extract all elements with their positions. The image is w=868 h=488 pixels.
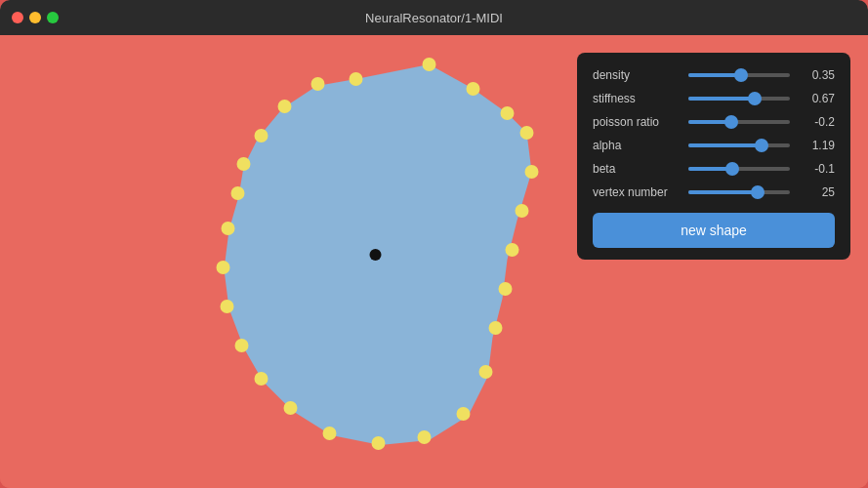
slider-density[interactable] — [688, 73, 790, 77]
maximize-button[interactable] — [47, 12, 59, 23]
param-row-beta: beta -0.1 — [593, 162, 835, 176]
slider-thumb-poisson_ratio[interactable] — [724, 115, 738, 129]
slider-fill-density — [688, 73, 741, 77]
vertex-dot[interactable] — [372, 436, 386, 450]
vertex-dot[interactable] — [231, 186, 245, 200]
content-area: density 0.35 stiffness 0.67 poisson rati… — [0, 35, 868, 488]
slider-poisson_ratio[interactable] — [688, 120, 790, 124]
param-value-stiffness: 0.67 — [798, 92, 835, 105]
param-label-density: density — [593, 68, 681, 82]
param-value-poisson_ratio: -0.2 — [798, 115, 835, 129]
param-row-stiffness: stiffness 0.67 — [593, 92, 835, 105]
slider-thumb-stiffness[interactable] — [748, 92, 762, 105]
param-label-poisson_ratio: poisson ratio — [593, 115, 681, 129]
param-row-poisson_ratio: poisson ratio -0.2 — [593, 115, 835, 129]
control-panel: density 0.35 stiffness 0.67 poisson rati… — [577, 53, 850, 260]
vertex-dot[interactable] — [423, 58, 436, 71]
param-label-vertex_number: vertex number — [593, 185, 681, 199]
slider-beta[interactable] — [688, 167, 790, 171]
vertex-dot[interactable] — [255, 372, 269, 386]
vertex-dot[interactable] — [520, 126, 534, 140]
vertex-dot[interactable] — [499, 282, 513, 296]
vertex-dot[interactable] — [255, 129, 269, 142]
vertex-dot[interactable] — [418, 430, 432, 444]
vertex-dot[interactable] — [221, 300, 234, 313]
slider-vertex_number[interactable] — [688, 190, 790, 194]
param-label-stiffness: stiffness — [593, 92, 681, 105]
vertex-dot[interactable] — [457, 407, 471, 421]
slider-thumb-alpha[interactable] — [755, 139, 768, 152]
vertex-dot[interactable] — [501, 106, 515, 120]
slider-thumb-beta[interactable] — [725, 162, 739, 176]
vertex-dot[interactable] — [467, 82, 480, 96]
slider-fill-stiffness — [688, 97, 755, 101]
vertex-dot[interactable] — [516, 204, 529, 218]
param-row-density: density 0.35 — [593, 68, 835, 82]
vertex-dot[interactable] — [284, 401, 298, 415]
slider-fill-alpha — [688, 143, 762, 147]
vertex-dot[interactable] — [506, 243, 519, 257]
traffic-lights — [12, 12, 59, 23]
window-title: NeuralResonator/1-MIDI — [365, 11, 503, 25]
app-window: NeuralResonator/1-MIDI — [0, 0, 868, 488]
minimize-button[interactable] — [29, 12, 41, 23]
vertex-dot[interactable] — [278, 100, 292, 113]
vertex-dot[interactable] — [235, 339, 249, 352]
slider-thumb-density[interactable] — [734, 68, 748, 82]
vertex-dot[interactable] — [350, 72, 363, 86]
param-value-beta: -0.1 — [798, 162, 835, 176]
vertex-dot[interactable] — [217, 261, 230, 274]
center-dot — [370, 249, 382, 261]
param-value-alpha: 1.19 — [798, 139, 835, 152]
param-value-vertex_number: 25 — [798, 185, 835, 199]
close-button[interactable] — [12, 12, 23, 23]
param-row-alpha: alpha 1.19 — [593, 139, 835, 152]
title-bar: NeuralResonator/1-MIDI — [0, 0, 868, 35]
param-row-vertex_number: vertex number 25 — [593, 185, 835, 199]
param-label-alpha: alpha — [593, 139, 681, 152]
slider-alpha[interactable] — [688, 143, 790, 147]
vertex-dot[interactable] — [237, 157, 251, 171]
new-shape-button[interactable]: new shape — [593, 213, 835, 248]
vertex-dot[interactable] — [479, 365, 493, 379]
vertex-dot[interactable] — [222, 222, 235, 235]
vertex-dot[interactable] — [311, 77, 325, 91]
vertex-dot[interactable] — [525, 165, 539, 179]
vertex-dot[interactable] — [489, 321, 503, 335]
slider-thumb-vertex_number[interactable] — [751, 185, 765, 199]
param-label-beta: beta — [593, 162, 681, 176]
vertex-dot[interactable] — [323, 427, 337, 440]
param-value-density: 0.35 — [798, 68, 835, 82]
slider-stiffness[interactable] — [688, 97, 790, 101]
slider-fill-vertex_number — [688, 190, 758, 194]
